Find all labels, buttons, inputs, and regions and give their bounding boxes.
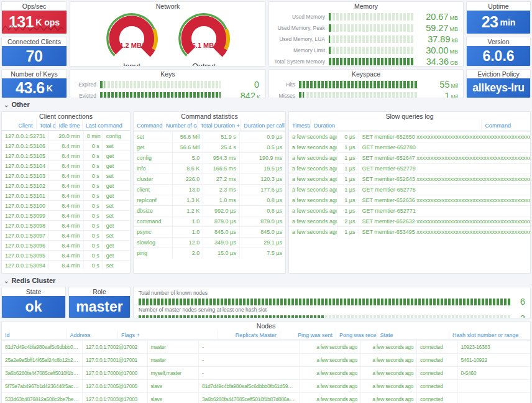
- slow-queries-panel: Slow queries log TimestampDurationComman…: [288, 111, 531, 274]
- panel-title[interactable]: Network: [70, 2, 265, 11]
- bar-track: [139, 315, 511, 319]
- command-cell: SET memtier-652636 xxxxxxxxxxxxxxxxxxxxx…: [359, 195, 530, 205]
- total-duration-cell: 51.9 s: [203, 132, 240, 142]
- memory-bar-row: Memory Limit 30.00MB: [274, 45, 458, 56]
- bar-label: Used Memory, LUA: [274, 36, 329, 42]
- section-redis-cluster[interactable]: ⌄ Redis Cluster: [4, 277, 55, 284]
- section-other[interactable]: ⌄ Other: [4, 101, 30, 108]
- node-id-cell: 5f75e7ab4967b1d4236448f5ac83c69b9ef3251f…: [2, 380, 83, 392]
- address-cell: 127.0.0.1:7002@17002: [83, 341, 148, 353]
- last-command-cell: set: [103, 201, 130, 210]
- panel-title[interactable]: Client connections: [2, 112, 130, 121]
- stat-unit: min: [500, 17, 515, 27]
- command-cell: set: [134, 132, 173, 142]
- bar-label: Total number of known nodes: [139, 290, 525, 296]
- column-header[interactable]: Ping was sent: [280, 330, 336, 340]
- column-header[interactable]: Hash slot number or range: [449, 330, 522, 340]
- total-duration-cell: 349.0 µs: [203, 238, 240, 248]
- table-row: slowlog 12.0 349.0 µs 29.1 µs: [134, 237, 285, 248]
- keyspace-bar-row: Hits 55Mil: [274, 79, 458, 90]
- panel-title[interactable]: Role: [69, 287, 130, 296]
- column-header[interactable]: Replica's Master: [218, 330, 280, 340]
- panel-title[interactable]: Version: [467, 37, 530, 46]
- column-header[interactable]: Idle time +: [56, 121, 83, 130]
- column-header[interactable]: Command: [482, 121, 514, 131]
- idle-time-cell: 0 s: [84, 231, 103, 240]
- eviction-policy-panel: Eviction Policy allkeys-lru: [466, 69, 531, 98]
- total-duration-cell: 27.2 ms: [203, 174, 240, 184]
- panel-title[interactable]: Command statistics: [134, 112, 285, 121]
- duration-per-call-cell: 845.0 µs: [240, 227, 285, 237]
- keyspace-bar-row: Misses 1Mil: [274, 90, 458, 98]
- idle-time-cell: 0 s: [84, 161, 103, 170]
- calls-cell: 12.0: [173, 238, 203, 248]
- ops-stat-value: 131 K ops: [2, 11, 66, 34]
- column-header[interactable]: Total duration: [37, 121, 56, 130]
- cluster-state-panel: State ok: [1, 287, 66, 318]
- duration-cell: 1 µs: [337, 195, 359, 205]
- calls-cell: 1.0: [173, 227, 203, 237]
- table-row: a few seconds ago 1 µs GET memtier-65277…: [289, 163, 530, 174]
- bar-label: Expired: [75, 81, 100, 88]
- last-command-cell: set: [103, 231, 130, 240]
- panel-title[interactable]: Keys: [70, 70, 265, 78]
- table-row: 127.0.0.1:53099 8.4 min 0 s set: [2, 210, 130, 220]
- bar-fill: [139, 299, 511, 305]
- column-header[interactable]: Total Duration +: [198, 121, 241, 131]
- section-label: Other: [11, 101, 29, 108]
- panel-title[interactable]: Ops/sec: [2, 2, 66, 11]
- last-command-cell: get: [103, 161, 130, 170]
- command-cell: SET memtier-652650 xxxxxxxxxxxxxxxxxxxxx…: [359, 132, 530, 142]
- section-label: Redis Cluster: [11, 277, 55, 284]
- panel-title[interactable]: Number of Keys: [2, 70, 66, 78]
- idle-time-cell: 0 s: [84, 201, 103, 210]
- address-cell: 127.0.0.1:7000@17000: [83, 367, 148, 379]
- table-row: a few seconds ago 1 µs SET memtier-65264…: [289, 174, 530, 184]
- keyspace-panel: Keyspace Hits 55Mil Misses 1Mil: [268, 69, 464, 98]
- command-cell: replconf: [134, 195, 173, 205]
- column-header[interactable]: Flags +: [118, 330, 219, 340]
- panel-title[interactable]: Slow queries log: [289, 112, 530, 121]
- column-header[interactable]: Duration per call: [241, 121, 285, 131]
- panel-title[interactable]: State: [2, 287, 65, 296]
- replicas-master-cell: -: [199, 367, 300, 379]
- panel-title[interactable]: Keyspace: [269, 70, 463, 78]
- client-connections-panel: Client connections ClientTotal durationI…: [1, 111, 131, 274]
- timestamp-cell: a few seconds ago: [289, 164, 337, 174]
- column-header[interactable]: Number of calls: [163, 121, 198, 131]
- panel-title[interactable]: Connected Clients: [2, 37, 66, 46]
- total-duration-cell: 8.4 min: [49, 181, 84, 190]
- column-header[interactable]: Duration: [311, 121, 482, 131]
- column-header[interactable]: Address: [67, 330, 118, 340]
- column-header[interactable]: Id: [2, 330, 67, 340]
- idle-time-cell: 0 s: [84, 251, 103, 260]
- client-cell: 127.0.0.1:53095: [2, 251, 49, 260]
- bar-track: [100, 92, 221, 98]
- bar-label: Hits: [274, 81, 299, 88]
- panel-title[interactable]: Eviction Policy: [467, 70, 530, 78]
- table-row: 127.0.0.1:53103 8.4 min 0 s set: [2, 170, 130, 180]
- table-row: a few seconds ago 1 µs SET memtier-65263…: [289, 195, 530, 205]
- total-duration-cell: 25.4 s: [203, 142, 240, 152]
- column-header[interactable]: Timestamp: [289, 121, 311, 131]
- hash-slot-cell: 10923-16383: [458, 341, 530, 353]
- column-header[interactable]: State: [377, 330, 449, 340]
- replicas-master-cell: 81d7d49c4bfa980eaf5c6dbbb0fb61d590e27e52: [199, 380, 300, 392]
- flags-cell: master: [148, 341, 199, 353]
- column-header[interactable]: Client: [2, 121, 37, 130]
- panel-title[interactable]: Uptime: [467, 2, 530, 11]
- column-header[interactable]: Pong was received: [336, 330, 377, 340]
- client-cell: 127.0.0.1:53104: [2, 161, 49, 170]
- client-cell: 127.0.0.1:53098: [2, 221, 49, 230]
- column-header[interactable]: Last command: [83, 121, 126, 130]
- column-header[interactable]: Command: [134, 121, 163, 131]
- panel-title[interactable]: Memory: [269, 2, 463, 11]
- bar-value: 55Mil: [418, 79, 458, 90]
- node-id-cell: 3a6b6280fa447085ceff5010f1b87d886acaeffe: [2, 367, 83, 379]
- command-cell: GET memtier-652779: [359, 164, 530, 174]
- table-row: 127.0.0.1:53106 8.4 min 0 s set: [2, 141, 130, 151]
- duration-cell: 1 µs: [337, 206, 359, 216]
- total-duration-cell: 166.5 ms: [203, 164, 240, 174]
- duration-per-call-cell: 7.5 µs: [240, 248, 285, 258]
- panel-title[interactable]: Nodes: [2, 322, 530, 330]
